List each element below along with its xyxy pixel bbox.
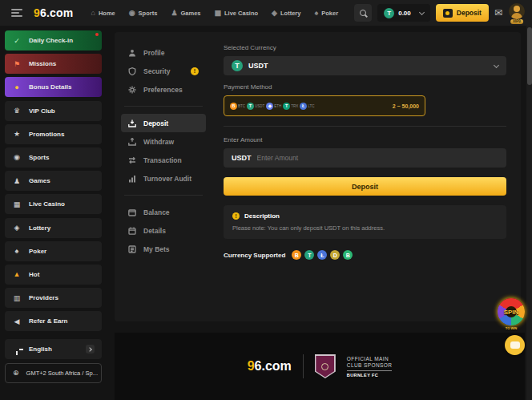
account-item-my-bets[interactable]: My Bets: [121, 240, 206, 258]
btc-coin-icon: B: [230, 103, 237, 110]
nav-item-poker[interactable]: ♠Poker: [314, 9, 338, 17]
check-in-icon: ✓: [12, 37, 22, 45]
spin-label: SPIN: [496, 309, 526, 316]
sidebar-item-providers[interactable]: ▥Providers: [5, 288, 102, 308]
divider: [224, 126, 506, 127]
sidebar-item-missions[interactable]: ⚑Missions: [5, 54, 102, 74]
account-item-withdraw[interactable]: Withdraw: [121, 132, 206, 151]
nav-item-games[interactable]: ♟Games: [171, 9, 200, 17]
description-text: Please note: You can only deposit USDT o…: [232, 224, 498, 232]
avatar-image: [509, 3, 525, 19]
account-item-transaction[interactable]: Transaction: [121, 151, 206, 169]
gift-icon: ★: [12, 130, 22, 138]
sidebar-item-poker[interactable]: ♠Poker: [5, 241, 102, 261]
usdt-coin-icon: T: [384, 8, 394, 18]
live-chat-button[interactable]: [505, 335, 525, 355]
account-item-details[interactable]: Details: [121, 221, 206, 240]
live-casino-icon: ▦: [214, 9, 221, 17]
balance-selector[interactable]: T 0.00: [377, 4, 430, 22]
spin-wheel-widget[interactable]: SPIN TO WIN: [496, 298, 526, 330]
site-logo[interactable]: 96.com: [34, 6, 73, 19]
nav-item-lottery[interactable]: ◈Lottery: [272, 9, 300, 17]
eth-coin: ◆ETH: [266, 103, 281, 110]
lottery-icon: ◈: [12, 224, 22, 232]
gamepad-icon: ♟: [12, 177, 22, 185]
footer-divider: [303, 354, 304, 378]
navbar-deposit-button[interactable]: Deposit: [436, 4, 489, 22]
trx-coin-icon: T: [283, 103, 290, 110]
description-box: ! Description Please note: You can only …: [224, 205, 506, 239]
lottery-icon: ◈: [272, 9, 277, 17]
globe-icon: ⊕: [13, 369, 19, 377]
usdt-coin-icon: T: [232, 60, 243, 71]
currency-select[interactable]: T USDT: [224, 56, 506, 75]
sidebar-item-promotions[interactable]: ★Promotions: [5, 124, 102, 144]
account-item-preferences[interactable]: Preferences: [121, 80, 206, 99]
nav-item-live-casino[interactable]: ▦Live Casino: [214, 9, 258, 17]
live-casino-icon: ▦: [12, 200, 22, 208]
scrollbar-thumb[interactable]: [527, 27, 532, 85]
wallet-icon: [128, 208, 136, 216]
shield-icon: [128, 67, 136, 75]
bonus-coin-icon: ●: [12, 83, 22, 91]
hamburger-menu-icon[interactable]: [11, 9, 22, 17]
withdraw-icon: [128, 138, 136, 146]
description-title: Description: [244, 212, 280, 220]
sidebar-item-games[interactable]: ♟Games: [5, 171, 102, 191]
bch-coin-icon: B: [343, 250, 353, 260]
account-item-profile[interactable]: Profile: [121, 43, 206, 62]
currency-supported-row: Currency Supported B T Ł D B: [224, 250, 506, 260]
chevron-down-icon: [419, 9, 425, 14]
nav-item-home[interactable]: ⌂Home: [91, 9, 115, 17]
security-warning-badge: !: [191, 67, 199, 75]
account-item-balance[interactable]: Balance: [121, 203, 206, 221]
sidebar-item-lottery[interactable]: ◈Lottery: [5, 218, 102, 238]
chevron-right-icon: [86, 345, 95, 354]
usdt-coin-icon: T: [247, 103, 254, 110]
user-avatar[interactable]: VIP0: [508, 3, 526, 22]
btc-coin-icon: B: [292, 250, 301, 260]
deposit-submit-button[interactable]: Deposit: [224, 177, 506, 196]
sidebar-item-bonus-details[interactable]: ●Bonus Details: [5, 77, 102, 97]
list-icon: [128, 245, 136, 253]
burnley-crest-icon: [315, 354, 336, 378]
page-scrollbar: [526, 0, 532, 400]
timezone-selector[interactable]: ⊕ GMT+2 South Africa / Sp...: [5, 363, 102, 383]
poker-spade-icon: ♠: [314, 9, 318, 17]
sidebar-item-live-casino[interactable]: ▦Live Casino: [5, 194, 102, 214]
sports-ball-icon: ◉: [129, 9, 135, 17]
footer-logo: 96.com: [248, 359, 292, 374]
chat-bubble-icon: [510, 341, 520, 349]
crown-icon: ♛: [12, 107, 22, 115]
sidebar-item-sports[interactable]: ◉Sports: [5, 147, 102, 168]
sports-ball-icon: ◉: [12, 153, 22, 161]
account-item-security[interactable]: Security !: [121, 62, 206, 80]
payment-method-label: Payment Method: [224, 83, 506, 91]
account-menu: Profile Security ! Preferences Deposit W…: [115, 32, 212, 321]
selected-currency-value: USDT: [248, 62, 268, 70]
account-item-turnover-audit[interactable]: Turnover Audit: [121, 169, 206, 188]
wallet-icon: [443, 9, 453, 18]
search-button[interactable]: [354, 4, 372, 22]
balance-amount: 0.00: [398, 10, 411, 17]
usdt-coin-icon: T: [304, 250, 314, 260]
eth-coin-icon: ◆: [266, 103, 273, 110]
search-icon: [360, 10, 366, 16]
language-selector[interactable]: English: [5, 339, 102, 359]
spin-sub-label: TO WIN: [496, 326, 526, 330]
sidebar-item-refer-earn[interactable]: ◀Refer & Earn: [5, 311, 102, 331]
nav-item-sports[interactable]: ◉Sports: [129, 9, 158, 17]
sidebar-item-hot[interactable]: ▲Hot: [5, 265, 102, 285]
menu-divider: [124, 106, 203, 107]
account-item-deposit[interactable]: Deposit: [121, 114, 206, 132]
amount-currency-prefix: USDT: [232, 154, 252, 162]
selected-currency-label: Selected Currency: [224, 44, 506, 51]
providers-icon: ▥: [12, 294, 22, 302]
sidebar-item-vip-club[interactable]: ♛VIP Club: [5, 101, 102, 121]
chevron-down-icon: [494, 62, 499, 67]
sidebar-item-daily-check-in[interactable]: ✓Daily Check-in: [5, 30, 102, 51]
mail-icon[interactable]: ✉: [494, 7, 502, 18]
amount-input[interactable]: [257, 154, 499, 162]
doge-coin-icon: D: [330, 250, 340, 260]
payment-method-option[interactable]: BBTC TUSDT ◆ETH TTRX ŁLTC 2 ~ 50,000: [224, 95, 425, 116]
